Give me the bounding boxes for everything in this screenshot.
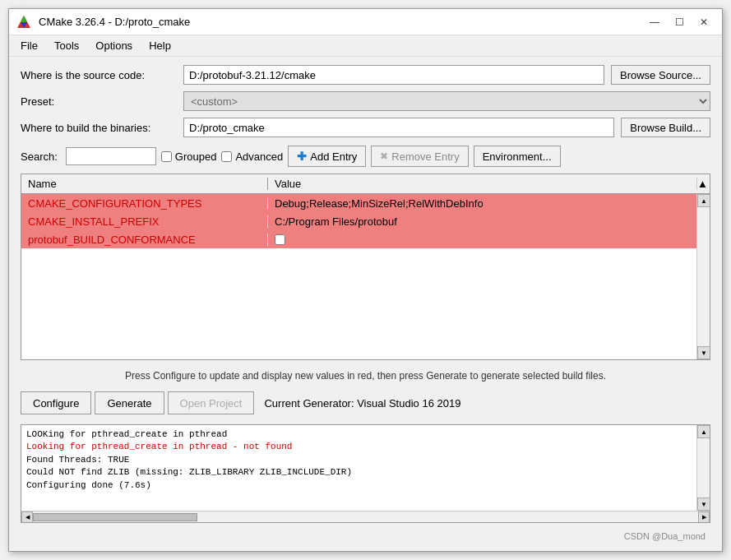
scroll-down-btn[interactable]: ▼ bbox=[697, 346, 710, 359]
minimize-button[interactable]: — bbox=[643, 13, 666, 31]
advanced-checkbox[interactable] bbox=[221, 151, 232, 162]
build-input[interactable] bbox=[183, 118, 614, 137]
advanced-checkbox-label[interactable]: Advanced bbox=[221, 150, 283, 163]
table-scrollbar[interactable]: ▲ ▼ bbox=[696, 194, 710, 359]
horizontal-scrollbar[interactable]: ◀ ▶ bbox=[21, 511, 710, 522]
bottom-buttons: Configure Generate Open Project Current … bbox=[21, 391, 710, 414]
col-value-header: Value bbox=[268, 178, 696, 190]
output-line-0: LOOKing for pthread_create in pthread bbox=[26, 428, 692, 441]
remove-entry-button[interactable]: ✖ Remove Entry bbox=[371, 146, 468, 167]
output-line-1: Looking for pthread_create in pthread - … bbox=[26, 441, 692, 453]
cell-value-0: Debug;Release;MinSizeRel;RelWithDebInfo bbox=[268, 197, 696, 210]
preset-select[interactable]: <custom> bbox=[183, 91, 710, 111]
build-label: Where to build the binaries: bbox=[21, 122, 177, 134]
search-label: Search: bbox=[21, 150, 58, 163]
source-label: Where is the source code: bbox=[21, 69, 177, 81]
output-scroll-down[interactable]: ▼ bbox=[697, 498, 710, 511]
output-scrollbar[interactable]: ▲ ▼ bbox=[696, 425, 710, 511]
preset-row: Preset: <custom> bbox=[21, 91, 710, 111]
output-container: LOOKing for pthread_create in pthread Lo… bbox=[21, 424, 710, 523]
cell-name-2: protobuf_BUILD_CONFORMANCE bbox=[21, 234, 268, 246]
table-row[interactable]: CMAKE_CONFIGURATION_TYPES Debug;Release;… bbox=[21, 194, 696, 212]
output-line-4: Configuring done (7.6s) bbox=[26, 479, 692, 492]
table-row[interactable]: CMAKE_INSTALL_PREFIX C:/Program Files/pr… bbox=[21, 212, 696, 230]
output-line-2: Found Threads: TRUE bbox=[26, 454, 692, 466]
browse-build-button[interactable]: Browse Build... bbox=[621, 118, 710, 137]
app-icon bbox=[16, 14, 32, 30]
output-scroll-up[interactable]: ▲ bbox=[697, 425, 710, 438]
menu-tools[interactable]: Tools bbox=[46, 38, 87, 53]
menu-file[interactable]: File bbox=[12, 38, 46, 53]
hscroll-left-btn[interactable]: ◀ bbox=[21, 511, 33, 523]
close-button[interactable]: ✕ bbox=[692, 13, 715, 31]
title-bar: CMake 3.26.4 - D:/proto_cmake — ☐ ✕ bbox=[9, 9, 722, 35]
grouped-checkbox-label[interactable]: Grouped bbox=[161, 150, 217, 163]
scroll-track bbox=[697, 207, 710, 346]
search-input[interactable] bbox=[66, 147, 156, 165]
conformance-checkbox[interactable] bbox=[275, 234, 285, 245]
cmake-table: Name Value ▲ CMAKE_CONFIGURATION_TYPES D… bbox=[21, 174, 710, 360]
info-text: Press Configure to update and display ne… bbox=[21, 367, 710, 385]
scroll-up-btn[interactable]: ▲ bbox=[697, 194, 710, 207]
generate-button[interactable]: Generate bbox=[95, 391, 164, 414]
cell-name-0: CMAKE_CONFIGURATION_TYPES bbox=[21, 197, 268, 210]
hscroll-thumb[interactable] bbox=[33, 513, 197, 521]
menu-options[interactable]: Options bbox=[87, 38, 141, 53]
table-row[interactable]: protobuf_BUILD_CONFORMANCE bbox=[21, 230, 696, 248]
window-title: CMake 3.26.4 - D:/proto_cmake bbox=[39, 16, 643, 28]
svg-marker-1 bbox=[21, 16, 27, 22]
environment-button[interactable]: Environment... bbox=[474, 146, 561, 167]
cell-name-1: CMAKE_INSTALL_PREFIX bbox=[21, 215, 268, 228]
menu-bar: File Tools Options Help bbox=[9, 35, 722, 57]
add-entry-button[interactable]: ✚ Add Entry bbox=[288, 146, 366, 167]
toolbar-row: Search: Grouped Advanced ✚ Add Entry ✖ R… bbox=[21, 146, 710, 167]
col-name-header: Name bbox=[21, 178, 268, 190]
menu-help[interactable]: Help bbox=[141, 38, 179, 53]
output-row: LOOKing for pthread_create in pthread Lo… bbox=[21, 425, 710, 511]
grouped-label: Grouped bbox=[175, 150, 217, 163]
grouped-checkbox[interactable] bbox=[161, 151, 172, 162]
build-row: Where to build the binaries: Browse Buil… bbox=[21, 118, 710, 137]
maximize-button[interactable]: ☐ bbox=[668, 13, 691, 31]
cell-value-2 bbox=[268, 234, 696, 245]
add-entry-label: Add Entry bbox=[310, 150, 357, 163]
remove-entry-label: Remove Entry bbox=[391, 150, 459, 163]
source-row: Where is the source code: Browse Source.… bbox=[21, 65, 710, 85]
source-input[interactable] bbox=[183, 65, 604, 85]
browse-source-button[interactable]: Browse Source... bbox=[611, 65, 710, 85]
generator-text: Current Generator: Visual Studio 16 2019 bbox=[264, 397, 460, 410]
table-body: CMAKE_CONFIGURATION_TYPES Debug;Release;… bbox=[21, 194, 696, 359]
advanced-label: Advanced bbox=[235, 150, 283, 163]
open-project-button[interactable]: Open Project bbox=[168, 391, 255, 414]
watermark: CSDN @Dua_mond bbox=[21, 530, 710, 543]
window-controls: — ☐ ✕ bbox=[643, 13, 715, 31]
output-line-3: Could NOT find ZLIB (missing: ZLIB_LIBRA… bbox=[26, 466, 692, 479]
header-scroll-spacer: ▲ bbox=[696, 178, 710, 190]
configure-button[interactable]: Configure bbox=[21, 391, 91, 414]
table-header: Name Value ▲ bbox=[21, 174, 710, 194]
output-scroll-track bbox=[697, 438, 710, 498]
hscroll-track bbox=[33, 511, 698, 523]
cell-value-1: C:/Program Files/protobuf bbox=[268, 215, 696, 228]
hscroll-right-btn[interactable]: ▶ bbox=[698, 511, 710, 523]
main-window: CMake 3.26.4 - D:/proto_cmake — ☐ ✕ File… bbox=[8, 8, 723, 552]
plus-icon: ✚ bbox=[297, 150, 307, 163]
preset-label: Preset: bbox=[21, 95, 177, 108]
content-area: Where is the source code: Browse Source.… bbox=[9, 57, 722, 551]
output-body[interactable]: LOOKing for pthread_create in pthread Lo… bbox=[21, 425, 696, 511]
x-icon: ✖ bbox=[380, 150, 388, 162]
